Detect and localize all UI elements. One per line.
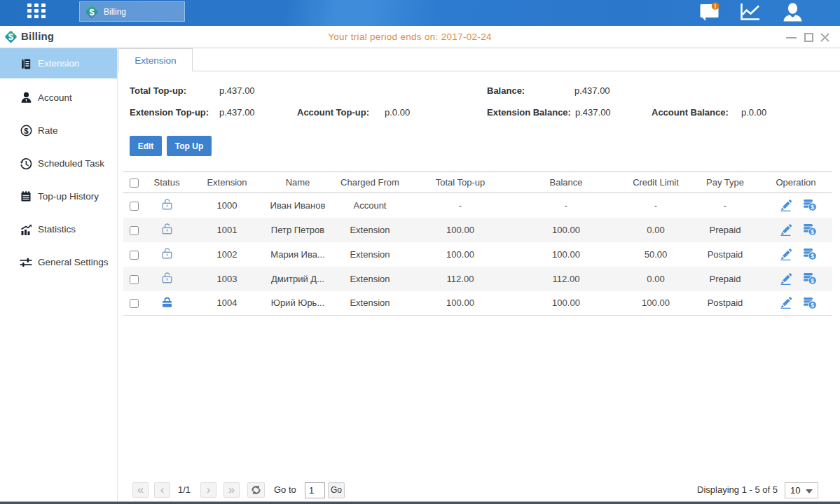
svg-text:$: $ [811, 302, 814, 309]
svg-text:$: $ [89, 6, 95, 17]
svg-text:$: $ [811, 228, 814, 235]
svg-text:$: $ [811, 204, 814, 211]
svg-text:$: $ [24, 127, 29, 135]
svg-text:!: ! [714, 2, 716, 10]
svg-text:$: $ [811, 277, 814, 284]
svg-text:$: $ [811, 253, 814, 260]
